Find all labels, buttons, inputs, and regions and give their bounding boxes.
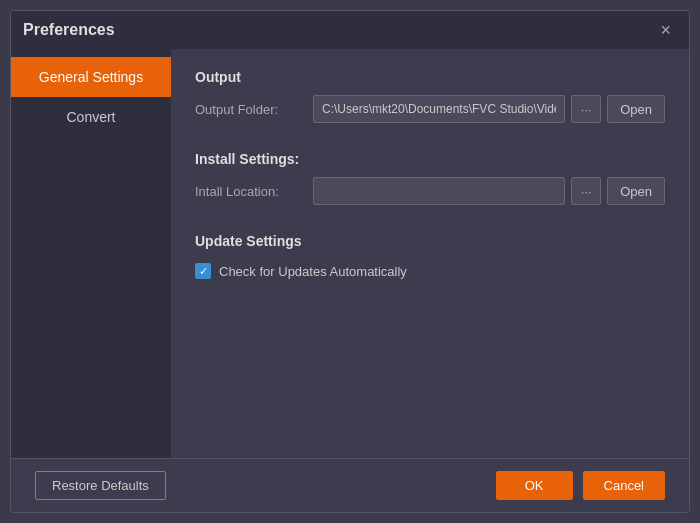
install-section-title: Install Settings: bbox=[195, 151, 665, 167]
install-location-browse-button[interactable]: ··· bbox=[571, 177, 601, 205]
output-folder-input[interactable] bbox=[313, 95, 565, 123]
auto-update-checkbox[interactable] bbox=[195, 263, 211, 279]
sidebar-item-general-settings[interactable]: General Settings bbox=[11, 57, 171, 97]
install-location-input[interactable] bbox=[313, 177, 565, 205]
update-section: Update Settings Check for Updates Automa… bbox=[195, 233, 665, 279]
content-area: Output Output Folder: ··· Open Install S… bbox=[171, 49, 689, 458]
install-section: Install Settings: Intall Location: ··· O… bbox=[195, 151, 665, 213]
dialog-title: Preferences bbox=[23, 21, 115, 39]
output-folder-label: Output Folder: bbox=[195, 102, 305, 117]
close-button[interactable]: × bbox=[654, 19, 677, 41]
auto-update-label: Check for Updates Automatically bbox=[219, 264, 407, 279]
sidebar-item-convert[interactable]: Convert bbox=[11, 97, 171, 137]
ok-button[interactable]: OK bbox=[496, 471, 573, 500]
output-folder-browse-button[interactable]: ··· bbox=[571, 95, 601, 123]
install-location-label: Intall Location: bbox=[195, 184, 305, 199]
dialog-body: General Settings Convert Output Output F… bbox=[11, 49, 689, 458]
cancel-button[interactable]: Cancel bbox=[583, 471, 665, 500]
footer: Restore Defaults OK Cancel bbox=[11, 458, 689, 512]
install-location-open-button[interactable]: Open bbox=[607, 177, 665, 205]
title-bar: Preferences × bbox=[11, 11, 689, 49]
install-location-input-group: ··· Open bbox=[313, 177, 665, 205]
footer-action-buttons: OK Cancel bbox=[496, 471, 665, 500]
output-folder-row: Output Folder: ··· Open bbox=[195, 95, 665, 123]
output-folder-input-group: ··· Open bbox=[313, 95, 665, 123]
install-location-row: Intall Location: ··· Open bbox=[195, 177, 665, 205]
output-folder-open-button[interactable]: Open bbox=[607, 95, 665, 123]
output-section: Output Output Folder: ··· Open bbox=[195, 69, 665, 131]
restore-defaults-button[interactable]: Restore Defaults bbox=[35, 471, 166, 500]
sidebar: General Settings Convert bbox=[11, 49, 171, 458]
preferences-dialog: Preferences × General Settings Convert O… bbox=[10, 10, 690, 513]
output-section-title: Output bbox=[195, 69, 665, 85]
update-section-title: Update Settings bbox=[195, 233, 665, 249]
auto-update-checkbox-row[interactable]: Check for Updates Automatically bbox=[195, 263, 665, 279]
